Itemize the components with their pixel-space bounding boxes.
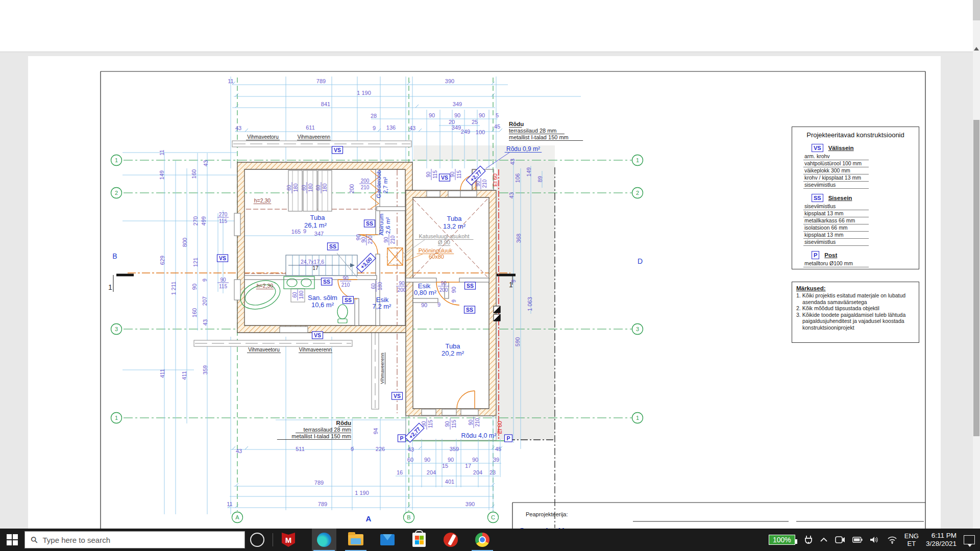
material-item: vahtpolüstürool 100 mm xyxy=(803,160,869,167)
language-indicator[interactable]: ENGET xyxy=(904,532,919,547)
drawing-text: 45 xyxy=(494,123,500,130)
drawing-text: 204 xyxy=(427,469,436,475)
battery-percent-badge[interactable]: 100% xyxy=(769,535,795,545)
drawing-text: 200 xyxy=(349,184,355,193)
note-item: 2. Kõik mõõdud täpsustada objektil xyxy=(796,305,917,312)
windows xyxy=(234,170,478,415)
action-center-icon[interactable] xyxy=(964,535,975,544)
svg-text:90: 90 xyxy=(220,277,226,283)
wall-type-tag: SS xyxy=(464,306,475,313)
wall-type-name: Post xyxy=(824,252,837,258)
drawing-text: 39 xyxy=(493,457,499,463)
drawing-text: Vihmaveerenn xyxy=(298,134,330,140)
svg-text:3: 3 xyxy=(636,326,639,332)
clock[interactable]: 6:11 PM 3/28/2021 xyxy=(926,532,957,548)
mail-button[interactable] xyxy=(375,529,400,551)
wall-type-tag: VS xyxy=(332,146,343,154)
file-explorer-button[interactable] xyxy=(344,529,368,551)
wall-type-chip: SS xyxy=(812,194,823,202)
search-placeholder: Type here to search xyxy=(42,536,110,544)
drawing-text: 0,80 m² xyxy=(414,289,437,296)
drawing-text: 9 xyxy=(351,446,354,452)
svg-text:180: 180 xyxy=(322,183,328,192)
ccleaner-icon xyxy=(444,533,458,547)
svg-text:115: 115 xyxy=(456,170,462,179)
drawing-text: terrassilaud 28 mm xyxy=(303,427,351,433)
cortana-button[interactable] xyxy=(245,529,270,551)
drawing-text: 499 xyxy=(201,216,207,226)
material-item: krohv / kipsplaat 13 mm xyxy=(803,174,869,182)
drawing-text: 270 xyxy=(192,216,199,226)
drawing-text: 90 xyxy=(479,112,485,118)
legend-box: Projekteeritavad konstruktsioonid VSVäli… xyxy=(792,127,919,269)
drawing-text: 121 xyxy=(192,258,199,267)
hidden-icons-chevron[interactable] xyxy=(820,537,828,542)
drawing-text: 9 xyxy=(373,125,376,131)
vertical-scrollbar[interactable] xyxy=(973,0,980,529)
power-plug-icon[interactable] xyxy=(804,535,813,544)
edge-button[interactable] xyxy=(312,529,336,551)
drawing-text: 160 xyxy=(191,169,197,179)
chrome-button[interactable] xyxy=(470,529,495,551)
drawing-text: h=2,30 xyxy=(257,283,274,289)
svg-text:SS: SS xyxy=(345,297,352,303)
start-button[interactable] xyxy=(0,529,24,551)
svg-text:60: 60 xyxy=(301,185,307,191)
note-item: 1. Kõiki projektis esitatud materjale on… xyxy=(796,292,917,305)
chrome-icon xyxy=(475,533,489,547)
battery-icon[interactable] xyxy=(852,537,863,543)
drawing-text: 226 xyxy=(376,446,385,452)
drawing-text: 590 xyxy=(514,337,521,346)
drawing-text: 43 xyxy=(203,160,209,166)
svg-text:90: 90 xyxy=(383,237,389,243)
drawing-text: 347 xyxy=(314,231,324,237)
drawing-text: 165 xyxy=(291,229,301,235)
drawing-text: 90 xyxy=(472,457,478,463)
search-input[interactable]: ⚲ Type here to search xyxy=(24,531,245,548)
ccleaner-button[interactable] xyxy=(438,529,463,551)
tray-date: 3/28/2021 xyxy=(926,540,957,548)
svg-text:180: 180 xyxy=(293,183,299,192)
svg-text:210: 210 xyxy=(368,235,373,244)
drawing-text: Tuba xyxy=(447,215,462,222)
drawing-text: 90 xyxy=(454,112,460,118)
scrollbar-thumb[interactable] xyxy=(973,120,979,436)
floor-plan-svg: 117893901 190841349289090905202543611913… xyxy=(0,0,980,551)
drawing-text: 368 xyxy=(516,234,522,243)
mcafee-button[interactable]: M xyxy=(276,529,301,551)
drawing-text: Tuba xyxy=(445,342,460,350)
drawing-text: 207 xyxy=(202,296,208,306)
meet-now-icon[interactable] xyxy=(835,536,845,543)
drawing-text: 359 xyxy=(450,446,459,452)
drawing-text: 60 xyxy=(407,457,413,463)
svg-text:200: 200 xyxy=(361,178,370,184)
drawing-text: 149 xyxy=(526,167,532,177)
wall-type-tag: +2,77 xyxy=(405,423,424,442)
drawing-text: 1 xyxy=(108,283,112,291)
drawing-text: 43 xyxy=(235,125,241,131)
exterior-walls xyxy=(237,162,496,440)
taskbar: ⚲ Type here to search M 100% xyxy=(0,529,980,551)
wall-type-tag: SS xyxy=(343,296,354,304)
store-button[interactable] xyxy=(407,529,431,551)
scroll-up-arrow[interactable] xyxy=(974,47,979,51)
store-icon xyxy=(412,533,426,547)
system-tray: 100% xyxy=(769,532,980,548)
drawing-text: 89 xyxy=(537,176,543,182)
drawing-text: 43 xyxy=(236,448,242,454)
svg-text:90: 90 xyxy=(399,281,405,286)
drawing-text: 20,2 m² xyxy=(442,349,464,357)
speaker-icon[interactable] xyxy=(870,536,880,544)
drawing-text: 2,6 m² xyxy=(385,217,391,234)
wall-type-tag: +3,00 xyxy=(356,253,375,272)
drawing-text: 1 211 xyxy=(170,282,177,295)
wall-type-tag: P xyxy=(398,435,406,442)
material-item: metalltoru Ø100 mm xyxy=(803,260,869,267)
material-item: isolatsioon 66 mm xyxy=(803,224,869,232)
drawing-text: 9 xyxy=(202,279,208,282)
drawing-text: 1 xyxy=(509,281,513,289)
mcafee-shield-icon: M xyxy=(282,533,295,547)
wifi-icon[interactable] xyxy=(887,536,897,544)
material-item: kipsplaat 13 mm xyxy=(803,232,869,239)
svg-text:60: 60 xyxy=(292,292,298,298)
